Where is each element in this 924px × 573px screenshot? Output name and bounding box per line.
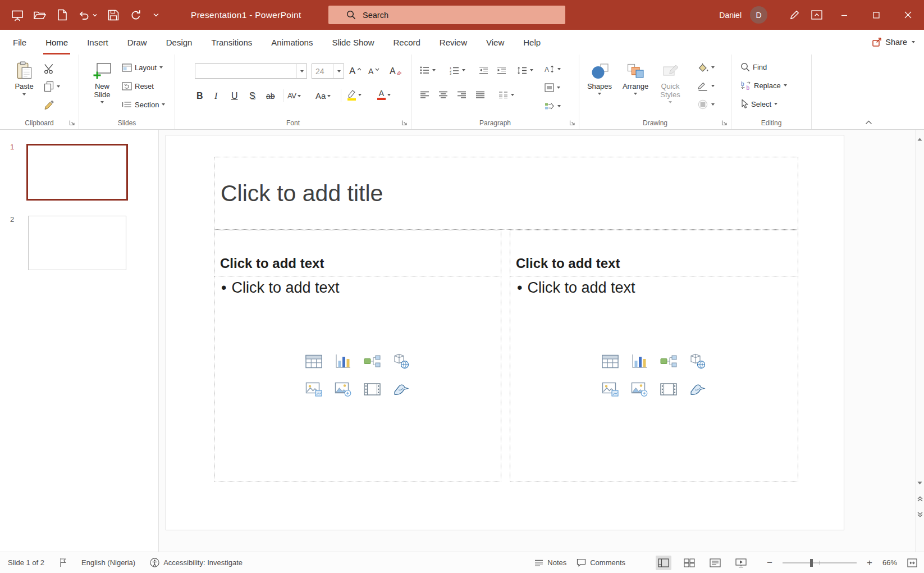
strikethrough-button[interactable]: ab — [266, 88, 275, 103]
new-slide-button[interactable]: New Slide — [87, 58, 117, 103]
tab-view[interactable]: View — [477, 30, 514, 54]
insert-chart-icon[interactable] — [630, 353, 649, 370]
minimize-button[interactable] — [828, 0, 860, 30]
account-name[interactable]: Daniel — [719, 11, 742, 20]
app-icon[interactable] — [8, 6, 26, 24]
slide-canvas[interactable]: Click to add title Click to add text • C… — [166, 135, 844, 530]
tab-draw[interactable]: Draw — [118, 30, 157, 54]
insert-table-icon[interactable] — [304, 353, 323, 370]
columns-button[interactable] — [498, 88, 514, 102]
previous-slide-button[interactable] — [916, 493, 924, 505]
left-content-placeholder[interactable]: • Click to add text — [214, 276, 501, 481]
title-placeholder[interactable]: Click to add title — [214, 157, 798, 230]
slide-thumbnail-1[interactable] — [26, 144, 128, 201]
decrease-indent-button[interactable] — [479, 63, 488, 77]
layout-button[interactable]: Layout — [122, 61, 163, 74]
insert-stock-image-icon[interactable] — [333, 381, 353, 398]
font-size-chevron-icon[interactable] — [333, 64, 344, 78]
shape-effects-button[interactable] — [697, 98, 715, 111]
ribbon-display-options-icon[interactable] — [806, 0, 828, 30]
search-input[interactable]: Search — [328, 6, 565, 24]
normal-view-button[interactable] — [656, 556, 671, 570]
quick-styles-button[interactable]: Quick Styles — [655, 58, 686, 103]
underline-button[interactable]: U — [231, 88, 238, 103]
decrease-font-size-button[interactable]: A — [368, 63, 379, 79]
tab-transitions[interactable]: Transitions — [202, 30, 262, 54]
align-right-button[interactable] — [457, 88, 466, 102]
reset-button[interactable]: Reset — [122, 79, 154, 93]
cut-button[interactable] — [44, 62, 55, 75]
right-content-placeholder[interactable]: • Click to add text — [510, 276, 798, 481]
insert-icons-icon[interactable] — [392, 381, 411, 398]
tab-file[interactable]: File — [3, 30, 36, 54]
insert-icons-icon[interactable] — [688, 381, 707, 398]
shape-fill-button[interactable] — [697, 61, 715, 74]
increase-font-size-button[interactable]: A — [349, 63, 362, 79]
undo-button[interactable] — [75, 6, 100, 24]
accessibility-status[interactable]: Accessibility: Investigate — [150, 558, 243, 567]
slide-indicator[interactable]: Slide 1 of 2 — [8, 558, 44, 567]
line-spacing-button[interactable] — [517, 63, 533, 77]
insert-chart-icon[interactable] — [333, 353, 353, 370]
redo-icon[interactable] — [126, 6, 145, 24]
text-highlight-button[interactable] — [347, 87, 362, 102]
replace-button[interactable]: bb Replace — [740, 79, 787, 92]
spellcheck-flag-icon[interactable] — [59, 558, 67, 567]
italic-button[interactable]: I — [214, 88, 217, 103]
select-button[interactable]: Select — [740, 97, 777, 111]
tab-help[interactable]: Help — [514, 30, 550, 54]
language-indicator[interactable]: English (Nigeria) — [81, 558, 135, 567]
tab-insert[interactable]: Insert — [77, 30, 118, 54]
paragraph-dialog-launcher[interactable] — [569, 120, 575, 126]
share-button[interactable]: Share — [872, 38, 907, 47]
drawing-dialog-launcher[interactable] — [721, 120, 728, 126]
font-name-combobox[interactable] — [195, 63, 307, 79]
find-button[interactable]: Find — [740, 60, 767, 74]
text-direction-button[interactable]: A — [545, 62, 561, 76]
insert-3d-model-icon[interactable] — [392, 353, 411, 370]
font-dialog-launcher[interactable] — [401, 120, 408, 126]
insert-stock-image-icon[interactable] — [630, 381, 649, 398]
tab-slide-show[interactable]: Slide Show — [322, 30, 383, 54]
section-button[interactable]: Section — [122, 98, 165, 111]
zoom-in-button[interactable]: + — [867, 558, 872, 567]
tab-record[interactable]: Record — [383, 30, 429, 54]
shape-outline-button[interactable] — [697, 79, 715, 93]
left-caption-placeholder[interactable]: Click to add text — [214, 230, 501, 276]
insert-3d-model-icon[interactable] — [688, 353, 707, 370]
convert-smartart-button[interactable] — [545, 99, 561, 113]
right-caption-placeholder[interactable]: Click to add text — [510, 230, 798, 276]
new-file-icon[interactable] — [53, 6, 71, 24]
text-shadow-button[interactable]: S — [249, 88, 255, 103]
comments-button[interactable]: Comments — [577, 558, 625, 567]
align-text-button[interactable] — [545, 81, 560, 94]
zoom-level[interactable]: 66% — [882, 558, 897, 567]
paste-button[interactable]: Paste — [10, 58, 38, 96]
font-size-combobox[interactable]: 24 — [312, 63, 344, 79]
save-icon[interactable] — [104, 6, 122, 24]
clear-formatting-button[interactable]: A — [390, 63, 402, 79]
zoom-slider[interactable] — [783, 559, 857, 567]
zoom-out-button[interactable]: − — [767, 558, 772, 567]
notes-button[interactable]: Notes — [534, 558, 566, 567]
insert-picture-icon[interactable] — [601, 381, 620, 398]
share-chevron-icon[interactable] — [912, 41, 915, 43]
vertical-scrollbar[interactable] — [915, 130, 924, 552]
justify-button[interactable] — [475, 88, 485, 102]
ink-pen-icon[interactable] — [783, 0, 806, 30]
copy-button[interactable] — [44, 80, 60, 93]
clipboard-dialog-launcher[interactable] — [69, 120, 75, 126]
align-center-button[interactable] — [438, 88, 448, 102]
scroll-down-button[interactable] — [916, 477, 924, 489]
arrange-button[interactable]: Arrange — [620, 58, 651, 95]
tab-home[interactable]: Home — [36, 30, 77, 54]
slide-show-view-button[interactable] — [733, 556, 749, 570]
slide-thumbnail-2[interactable] — [28, 216, 126, 270]
reading-view-button[interactable] — [707, 556, 723, 570]
slide-sorter-view-button[interactable] — [681, 556, 697, 570]
next-slide-button[interactable] — [916, 508, 924, 521]
zoom-slider-thumb[interactable] — [810, 559, 813, 567]
insert-video-icon[interactable] — [659, 381, 678, 398]
insert-picture-icon[interactable] — [304, 381, 323, 398]
insert-video-icon[interactable] — [363, 381, 382, 398]
